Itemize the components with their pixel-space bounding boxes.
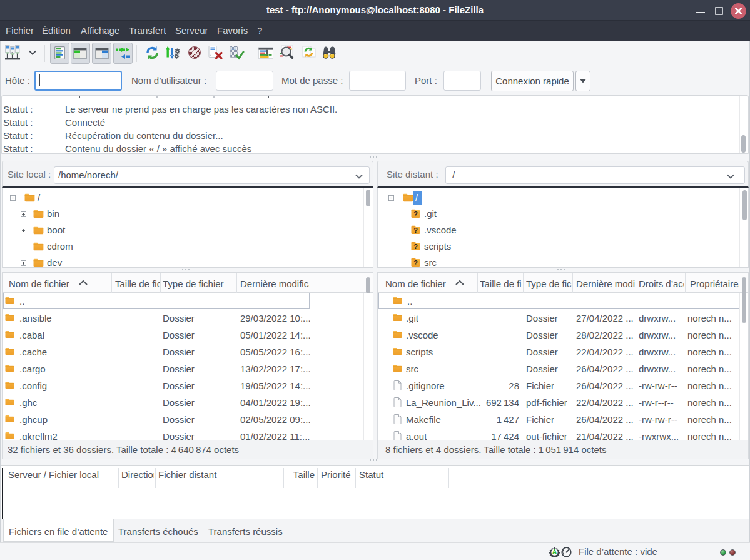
svg-text:A: A [552, 548, 557, 556]
